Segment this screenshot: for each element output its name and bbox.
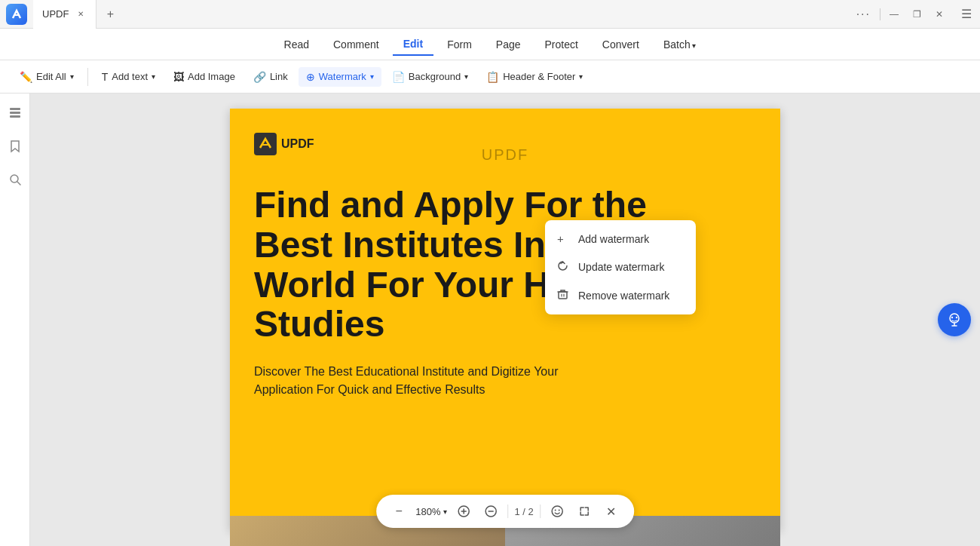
watermark-dropdown: + Add watermark Update watermark <box>545 220 696 314</box>
svg-point-13 <box>558 510 559 511</box>
pdf-content: UPDF UPDF Find and Apply For the Best In… <box>230 109 780 516</box>
toolbar-separator-bottom <box>507 505 508 518</box>
background-icon: 📄 <box>392 71 405 83</box>
header-footer-icon: 📋 <box>486 71 499 83</box>
updf-logo: UPDF <box>254 133 314 155</box>
edit-all-button[interactable]: ✏️ Edit All ▾ <box>12 67 81 87</box>
sidebar-pages-icon[interactable] <box>5 103 26 124</box>
tab-close-button[interactable]: ✕ <box>75 8 87 20</box>
menu-protect[interactable]: Protect <box>534 34 589 55</box>
toolbar-separator-1 <box>87 68 88 86</box>
update-watermark-icon <box>557 260 571 274</box>
add-image-button[interactable]: 🖼 Add Image <box>166 67 243 87</box>
zoom-level-display: 180% ▾ <box>415 506 447 517</box>
window-controls: — ❐ ✕ <box>884 4 950 25</box>
svg-point-12 <box>554 510 556 511</box>
menu-convert[interactable]: Convert <box>592 34 650 55</box>
zoom-in-button[interactable] <box>453 501 474 522</box>
svg-point-6 <box>951 317 953 318</box>
ai-assistant-button[interactable] <box>938 303 971 336</box>
more-options-button[interactable]: ··· <box>850 8 877 21</box>
header-footer-button[interactable]: 📋 Header & Footer ▾ <box>479 67 590 87</box>
remove-watermark-item[interactable]: Remove watermark <box>545 281 696 310</box>
svg-rect-8 <box>559 292 567 299</box>
expand-button[interactable] <box>574 501 595 522</box>
close-toolbar-button[interactable]: ✕ <box>601 501 622 522</box>
sidebar-bookmarks-icon[interactable] <box>5 136 26 157</box>
close-button[interactable]: ✕ <box>929 4 950 25</box>
add-image-icon: 🖼 <box>173 71 184 83</box>
smiley-button[interactable] <box>547 501 568 522</box>
svg-rect-2 <box>10 115 20 118</box>
new-tab-button[interactable]: + <box>100 4 121 25</box>
watermark-button[interactable]: ⊕ Watermark ▾ <box>299 67 381 87</box>
menu-comment[interactable]: Comment <box>323 34 390 55</box>
fit-page-button[interactable] <box>480 501 501 522</box>
pdf-page: UPDF UPDF Find and Apply For the Best In… <box>230 109 780 531</box>
tab-title: UPDF <box>42 8 69 20</box>
link-icon: 🔗 <box>253 71 266 83</box>
main-area: UPDF UPDF Find and Apply For the Best In… <box>0 94 980 546</box>
sidebar-toggle-button[interactable]: ☰ <box>956 4 977 25</box>
menu-form[interactable]: Form <box>436 34 482 55</box>
watermark-center: UPDF <box>482 146 528 164</box>
menu-batch[interactable]: Batch <box>653 34 707 55</box>
updf-brand-text: UPDF <box>281 137 314 151</box>
content-area: UPDF UPDF Find and Apply For the Best In… <box>30 94 980 546</box>
update-watermark-item[interactable]: Update watermark <box>545 253 696 281</box>
svg-rect-0 <box>10 108 20 110</box>
svg-rect-1 <box>10 112 20 114</box>
app-icon <box>6 4 27 25</box>
title-bar: UPDF ✕ + ··· — ❐ ✕ ☰ <box>0 0 980 29</box>
active-tab[interactable]: UPDF ✕ <box>33 0 96 29</box>
menu-bar: Read Comment Edit Form Page Protect Conv… <box>0 29 980 60</box>
background-button[interactable]: 📄 Background ▾ <box>384 67 476 87</box>
add-watermark-item[interactable]: + Add watermark <box>545 225 696 253</box>
menu-edit[interactable]: Edit <box>393 33 433 56</box>
add-watermark-icon: + <box>557 232 571 245</box>
watermark-icon: ⊕ <box>306 71 315 83</box>
add-text-button[interactable]: T Add text ▾ <box>94 67 163 87</box>
link-button[interactable]: 🔗 Link <box>246 67 296 87</box>
toolbar-separator-bottom-2 <box>540 505 541 518</box>
toolbar: ✏️ Edit All ▾ T Add text ▾ 🖼 Add Image 🔗… <box>0 60 980 94</box>
menu-read[interactable]: Read <box>274 34 320 55</box>
menu-page[interactable]: Page <box>485 34 531 55</box>
zoom-out-button[interactable]: − <box>388 501 409 522</box>
remove-watermark-icon <box>557 289 571 302</box>
sidebar-search-icon[interactable] <box>5 169 26 190</box>
add-text-icon: T <box>102 71 109 83</box>
sidebar <box>0 94 30 546</box>
page-info: 1 / 2 <box>514 506 533 517</box>
window-controls-divider <box>880 8 880 20</box>
svg-point-7 <box>956 317 957 318</box>
edit-all-icon: ✏️ <box>20 71 32 83</box>
zoom-dropdown-icon[interactable]: ▾ <box>443 508 447 516</box>
maximize-button[interactable]: ❐ <box>906 4 927 25</box>
pdf-subtitle: Discover The Best Educational Institute … <box>254 363 616 399</box>
minimize-button[interactable]: — <box>884 4 905 25</box>
bottom-toolbar: − 180% ▾ 1 / 2 <box>376 495 634 528</box>
svg-point-11 <box>552 506 562 517</box>
